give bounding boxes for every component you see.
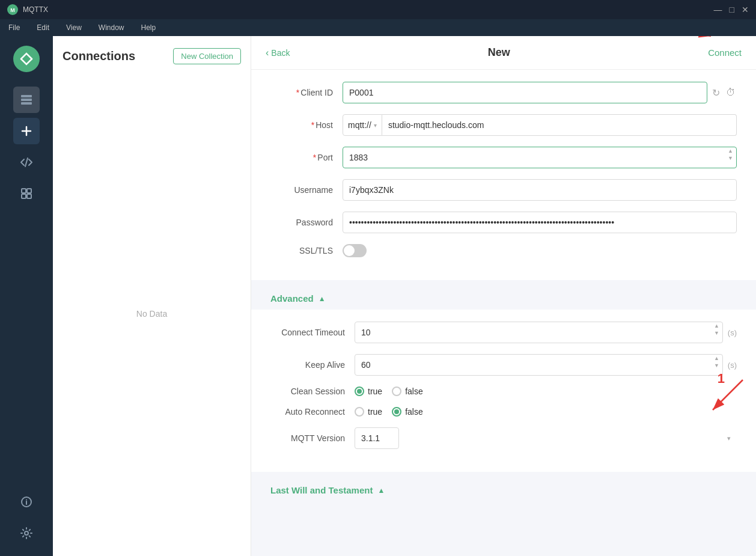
- svg-rect-10: [22, 194, 26, 198]
- timeout-decrement-button[interactable]: ▼: [713, 330, 721, 337]
- keep-alive-unit: (s): [728, 361, 737, 370]
- host-input[interactable]: [382, 114, 737, 136]
- port-decrement-button[interactable]: ▼: [727, 155, 734, 162]
- last-will-title: Last Will and Testament: [270, 485, 373, 495]
- window-controls: — □ ✕: [714, 5, 749, 14]
- sidebar-item-scripts[interactable]: [13, 149, 40, 176]
- connect-button[interactable]: Connect: [708, 47, 742, 58]
- port-spinner: ▲ ▼: [727, 148, 734, 162]
- keep-alive-input-group: ▲ ▼: [355, 354, 723, 376]
- client-id-row: *Client ID ↻ ⏱: [270, 82, 737, 103]
- connect-timeout-row: Connect Timeout ▲ ▼ (s): [270, 322, 737, 343]
- password-input[interactable]: [343, 212, 737, 233]
- main-layout: Connections New Collection No Data ‹ Bac…: [0, 36, 756, 556]
- keep-alive-increment-button[interactable]: ▲: [713, 355, 721, 362]
- avatar: [13, 46, 40, 72]
- menu-edit[interactable]: Edit: [33, 22, 53, 33]
- ssl-label: SSL/TLS: [270, 246, 343, 255]
- advanced-title: Advanced: [270, 293, 314, 304]
- sidebar: [0, 36, 53, 556]
- password-row: Password: [270, 212, 737, 233]
- host-label: *Host: [270, 120, 343, 130]
- no-data-label: No Data: [53, 72, 251, 556]
- titlebar: M MQTTX — □ ✕: [0, 0, 756, 19]
- port-input[interactable]: [343, 147, 737, 168]
- connect-timeout-input[interactable]: [355, 322, 723, 343]
- svg-text:M: M: [10, 7, 15, 13]
- port-label: *Port: [270, 153, 343, 162]
- keep-alive-spinner: ▲ ▼: [713, 355, 721, 369]
- clean-session-true-radio[interactable]: [355, 386, 364, 396]
- timeout-spinner: ▲ ▼: [713, 323, 721, 337]
- last-will-section-header[interactable]: Last Will and Testament ▲: [251, 477, 756, 501]
- toggle-knob: [344, 245, 355, 256]
- sidebar-item-connections[interactable]: [13, 87, 40, 113]
- svg-rect-9: [27, 189, 31, 193]
- keep-alive-label: Keep Alive: [270, 360, 355, 370]
- menu-help[interactable]: Help: [138, 22, 160, 33]
- minimize-button[interactable]: —: [714, 5, 722, 14]
- basic-form-section: *Client ID ↻ ⏱ *Host mqtt://: [251, 70, 756, 280]
- auto-reconnect-false-option[interactable]: false: [392, 407, 423, 417]
- sidebar-item-info[interactable]: [13, 489, 40, 515]
- clean-session-false-radio[interactable]: [392, 386, 401, 396]
- annotation-2: 2: [665, 36, 672, 38]
- menu-view[interactable]: View: [62, 22, 85, 33]
- clean-session-row: Clean Session true false: [270, 386, 737, 396]
- connections-panel: Connections New Collection No Data: [53, 36, 251, 556]
- auto-reconnect-row: Auto Reconnect true false 1: [270, 407, 737, 417]
- username-label: Username: [270, 185, 343, 195]
- clean-session-true-option[interactable]: true: [355, 386, 382, 396]
- connect-timeout-input-group: ▲ ▼: [355, 322, 723, 343]
- port-input-group: ▲ ▼: [343, 147, 737, 168]
- connections-title: Connections: [62, 49, 135, 63]
- version-chevron-icon: ▾: [727, 435, 731, 442]
- maximize-button[interactable]: □: [730, 5, 734, 14]
- auto-reconnect-false-radio[interactable]: [392, 407, 401, 417]
- ssl-tls-row: SSL/TLS: [270, 244, 737, 257]
- content-area: ‹ Back New 2 Connect *Client ID: [251, 36, 756, 556]
- keep-alive-input[interactable]: [355, 354, 723, 376]
- history-client-id-button[interactable]: ⏱: [725, 86, 737, 99]
- back-chevron-icon: ‹: [266, 47, 269, 58]
- close-button[interactable]: ✕: [742, 5, 749, 14]
- sidebar-item-settings[interactable]: [13, 520, 40, 546]
- keep-alive-decrement-button[interactable]: ▼: [713, 362, 721, 369]
- connect-timeout-label: Connect Timeout: [270, 328, 355, 337]
- username-input[interactable]: [343, 179, 737, 201]
- timeout-increment-button[interactable]: ▲: [713, 323, 721, 329]
- auto-reconnect-true-radio[interactable]: [355, 407, 364, 417]
- mqtt-version-select[interactable]: 3.1 3.1.1 5.0: [355, 427, 399, 449]
- titlebar-left: M MQTTX: [7, 4, 48, 15]
- svg-line-7: [25, 158, 28, 166]
- sidebar-item-add[interactable]: [13, 118, 40, 144]
- last-will-toggle-icon: ▲: [377, 486, 385, 495]
- clean-session-false-option[interactable]: false: [392, 386, 423, 396]
- svg-point-14: [26, 499, 27, 501]
- port-increment-button[interactable]: ▲: [727, 148, 734, 154]
- clean-session-radio-group: true false: [355, 386, 737, 396]
- back-button[interactable]: ‹ Back: [266, 47, 290, 58]
- port-row: *Port ▲ ▼: [270, 147, 737, 168]
- svg-rect-11: [27, 194, 31, 198]
- mqtt-version-select-wrap: 3.1 3.1.1 5.0 ▾: [355, 427, 737, 449]
- refresh-client-id-button[interactable]: ↻: [711, 86, 721, 100]
- auto-reconnect-label: Auto Reconnect: [270, 407, 355, 417]
- new-collection-button[interactable]: New Collection: [173, 48, 241, 64]
- menubar: File Edit View Window Help: [0, 19, 756, 36]
- auto-reconnect-true-option[interactable]: true: [355, 407, 382, 417]
- connect-timeout-unit: (s): [728, 328, 737, 337]
- content-header: ‹ Back New 2 Connect: [251, 36, 756, 70]
- advanced-section-header[interactable]: Advanced ▲: [251, 285, 756, 310]
- form-container: *Client ID ↻ ⏱ *Host mqtt://: [251, 70, 756, 556]
- protocol-select[interactable]: mqtt:// ▾: [343, 114, 382, 136]
- host-row: *Host mqtt:// ▾: [270, 114, 737, 136]
- menu-window[interactable]: Window: [95, 22, 128, 33]
- client-id-input[interactable]: [343, 82, 707, 103]
- menu-file[interactable]: File: [5, 22, 23, 33]
- back-label: Back: [271, 48, 290, 58]
- app-title: MQTTX: [23, 5, 48, 14]
- svg-rect-3: [21, 99, 32, 101]
- ssl-toggle[interactable]: [343, 244, 367, 257]
- sidebar-item-data[interactable]: [13, 180, 40, 207]
